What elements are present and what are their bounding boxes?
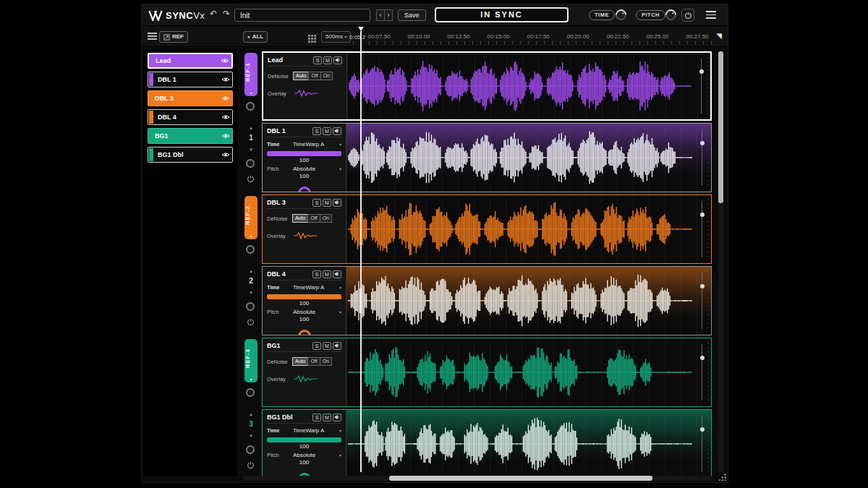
pitch-mode-select[interactable]: Absolute▾ [293,452,341,458]
sidebar-track-dbl3[interactable]: DBL 3 [148,90,233,106]
sidebar-track-dbl1[interactable]: DBL 1 [148,72,233,87]
denoise-off-button[interactable]: Off [307,214,320,223]
grid-resolution-select[interactable]: 500ms ▾ [321,31,351,43]
mute-button[interactable]: M [323,56,332,64]
timewarp-select[interactable]: TimeWarp A▾ [293,284,341,291]
track-lane[interactable]: BG1 S M DeNoise Auto Off On Overlay [262,338,712,407]
track-lane[interactable]: BG1 Dbl S M Time TimeWarp A▾ 100 Pitch A… [262,409,712,479]
denoise-on-button[interactable]: On [320,214,332,223]
mute-button[interactable]: M [323,414,331,421]
time-knob[interactable] [613,7,629,22]
denoise-auto-button[interactable]: Auto [292,214,308,223]
fader-knob[interactable] [700,284,705,288]
playhead[interactable] [360,31,362,472]
timewarp-select[interactable]: TimeWarp A▾ [293,427,341,434]
menu-icon[interactable] [706,10,716,19]
visibility-eye-icon[interactable] [219,77,232,82]
chevron-down-icon[interactable]: ▾ [244,90,258,95]
denoise-off-button[interactable]: Off [308,72,320,80]
power-icon[interactable] [247,459,255,472]
chevron-up-icon[interactable]: ▴ [243,411,259,417]
horizontal-scrollbar[interactable] [243,476,713,481]
pitch-mode-select[interactable]: Absolute▾ [293,166,341,172]
fader-knob[interactable] [700,356,705,360]
sidebar-track-bg1[interactable]: BG1 [148,128,233,144]
fader-knob[interactable] [699,69,704,74]
pitch-mode-select[interactable]: Absolute▾ [293,309,341,315]
track-lane[interactable]: DBL 4 S M Time TimeWarp A▾ 100 Pitch Abs… [262,266,712,335]
denoise-on-button[interactable]: On [320,72,333,80]
fader-knob[interactable] [700,427,705,432]
time-amount-slider[interactable] [267,294,341,299]
speaker-button[interactable] [333,199,341,207]
redo-icon[interactable]: ↷ [223,9,230,19]
preset-next-button[interactable]: › [384,9,393,21]
solo-button[interactable]: S [312,342,321,350]
denoise-off-button[interactable]: Off [307,357,320,366]
ref-mode-chip[interactable]: REF [159,31,188,43]
speaker-button[interactable] [333,56,342,64]
solo-button[interactable]: S [312,127,321,135]
fader-knob[interactable] [700,213,705,217]
track-fader[interactable] [702,344,702,401]
track-lane[interactable]: DBL 3 S M DeNoise Auto Off On Overlay [262,194,712,264]
horizontal-scrollbar-thumb[interactable] [389,476,652,481]
track-lane[interactable]: DBL 1 S M Time TimeWarp A▾ 100 Pitch Abs… [262,123,712,192]
chevron-down-icon[interactable]: ▾ [243,147,259,153]
resize-grip[interactable] [719,474,726,481]
visibility-eye-icon[interactable] [219,133,232,139]
ref-pill[interactable]: REF-3 ▾ [244,339,258,382]
overlay-waveform-icon[interactable] [293,374,318,383]
waveform-area[interactable] [346,338,711,406]
power-icon[interactable] [247,173,255,186]
overlay-waveform-icon[interactable] [293,231,318,240]
sidebar-track-bg1dbl[interactable]: BG1 Dbl [148,147,233,163]
pitch-toggle-button[interactable]: PITCH [636,10,665,20]
solo-button[interactable]: S [312,414,321,421]
fader-knob[interactable] [700,141,705,145]
blend-knob[interactable] [298,187,311,192]
ref-pill[interactable]: REF-1 ▾ [244,53,258,96]
track-fader[interactable] [701,59,702,114]
save-button[interactable]: Save [398,9,426,21]
waveform-area[interactable] [347,53,710,119]
timewarp-select[interactable]: TimeWarp A▾ [293,141,341,147]
vertical-scrollbar-thumb[interactable] [718,51,723,203]
time-toggle-button[interactable]: TIME [589,10,615,20]
sidebar-track-dbl4[interactable]: DBL 4 [148,109,233,125]
solo-button[interactable]: S [312,199,321,207]
record-button[interactable] [246,388,255,397]
mute-button[interactable]: M [323,342,331,350]
chevron-down-icon[interactable]: ▾ [243,433,259,439]
record-button[interactable] [246,445,255,454]
mute-button[interactable]: M [323,270,331,278]
pitch-knob[interactable] [663,7,678,22]
waveform-area[interactable] [346,267,711,335]
waveform-area[interactable] [346,410,711,478]
solo-button[interactable]: S [312,270,321,278]
track-list-icon[interactable] [148,33,157,40]
time-amount-slider[interactable] [267,151,341,156]
track-fader[interactable] [702,201,702,257]
waveform-area[interactable] [346,124,711,192]
preset-name-input[interactable] [234,9,370,22]
timeline-ruler-ticks[interactable] [353,41,716,45]
visibility-eye-icon[interactable] [218,58,231,64]
mute-button[interactable]: M [323,127,331,135]
visibility-eye-icon[interactable] [219,152,232,158]
waveform-area[interactable] [346,195,711,263]
speaker-button[interactable] [333,127,341,135]
record-button[interactable] [246,159,255,168]
denoise-auto-button[interactable]: Auto [292,357,308,366]
sidebar-track-lead[interactable]: Lead [148,53,233,69]
record-button[interactable] [246,245,255,254]
speaker-button[interactable] [333,270,341,278]
all-tracks-chip[interactable]: ● ALL [243,31,268,43]
record-button[interactable] [246,302,255,311]
blend-knob[interactable] [298,330,311,335]
chevron-down-icon[interactable]: ▾ [243,290,259,296]
visibility-eye-icon[interactable] [219,95,232,101]
power-icon[interactable] [247,316,255,329]
solo-button[interactable]: S [313,56,322,64]
speaker-button[interactable] [333,342,341,350]
